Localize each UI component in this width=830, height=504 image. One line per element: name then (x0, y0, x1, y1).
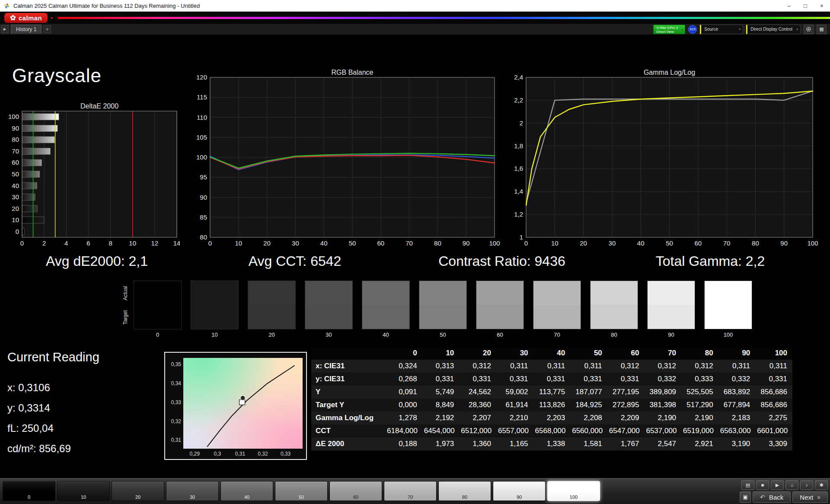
page-title: Grayscale (12, 65, 102, 86)
pattern-button-80[interactable]: 80 (438, 481, 491, 501)
display-control-button[interactable]: Direct Display Control ▾ (746, 25, 801, 34)
table-row: ΔE 20000,1881,9731,3601,1651,3381,5811,7… (311, 437, 792, 450)
svg-text:0,31: 0,31 (171, 437, 182, 443)
cie-chart: 0,310,320,330,340,350,290,30,310,320,33 (165, 353, 306, 459)
swatch-level-label: 20 (248, 332, 296, 338)
source-label: Source (704, 27, 718, 32)
column-header-100: 100 (755, 347, 792, 360)
table-cell: 6547,000 (607, 424, 645, 437)
brand-text: calman (19, 14, 42, 22)
chevron-down-icon: ▾ (682, 29, 683, 32)
actual-patch (705, 281, 752, 305)
pattern-button-30[interactable]: 30 (166, 481, 219, 501)
table-cell: 0,331 (570, 373, 607, 386)
table-cell: 0,000 (385, 399, 422, 411)
svg-text:30: 30 (292, 239, 299, 247)
swatch-level-label: 90 (647, 332, 695, 338)
table-cell: 0,333 (681, 373, 718, 386)
svg-text:0,31: 0,31 (235, 451, 246, 457)
tab-history-1[interactable]: History 1 (11, 25, 42, 34)
add-tab-button[interactable]: + (43, 26, 51, 33)
rgb-balance-chart-panel: RGB Balance 8085909510010511011512001020… (191, 68, 500, 250)
svg-text:70: 70 (723, 239, 731, 247)
svg-text:4: 4 (64, 239, 68, 247)
table-cell: 6454,000 (422, 424, 460, 437)
nav-button-stop[interactable]: ■ (756, 480, 769, 490)
settings-button[interactable] (804, 25, 814, 34)
swatch-level-label: 30 (305, 332, 353, 338)
deltae-bar-chart: 024681012141009080706050403020100 (3, 101, 180, 252)
column-header-50: 50 (570, 347, 607, 360)
actual-patch (419, 281, 466, 305)
table-cell: 2,190 (681, 411, 718, 424)
layout-button[interactable]: ▦ (817, 25, 827, 34)
target-patch (248, 305, 295, 329)
svg-text:8: 8 (109, 239, 112, 247)
maximize-button[interactable]: □ (797, 0, 814, 11)
nav-button-play[interactable]: ▶ (771, 480, 784, 490)
row-label: CCT (311, 424, 385, 437)
svg-text:40: 40 (320, 239, 328, 247)
pattern-button-50[interactable]: 50 (275, 481, 328, 501)
table-cell: 2,183 (718, 411, 756, 424)
table-cell: 0,331 (422, 373, 460, 386)
svg-text:10: 10 (551, 239, 559, 247)
svg-text:20: 20 (12, 205, 19, 212)
table-cell: 0,332 (644, 373, 681, 386)
window-controls: – □ × (781, 0, 830, 11)
svg-text:12: 12 (151, 239, 159, 247)
pattern-button-20[interactable]: 20 (112, 481, 164, 501)
table-cell: 2,207 (459, 411, 496, 424)
actual-patch (533, 281, 581, 305)
table-row: Gamma Log/Log1,2782,1922,2072,2102,2032,… (311, 411, 792, 424)
nav-button-notes[interactable]: ♪ (800, 480, 813, 490)
table-cell: 1,165 (496, 437, 533, 450)
table-cell: 2,275 (755, 411, 792, 424)
svg-text:60: 60 (12, 159, 19, 166)
gear-icon (806, 26, 811, 32)
pattern-button-40[interactable]: 40 (220, 481, 273, 501)
table-cell: 277,195 (607, 386, 645, 399)
table-cell: 2,203 (533, 411, 571, 424)
pattern-level-label: 70 (384, 494, 436, 500)
back-button[interactable]: ↶ Back (753, 491, 791, 503)
svg-text:110: 110 (197, 114, 207, 121)
pattern-button-10[interactable]: 10 (57, 481, 110, 501)
table-cell: 0,331 (533, 373, 571, 386)
svg-text:50: 50 (666, 239, 673, 247)
minimize-button[interactable]: – (781, 0, 797, 11)
notes-icon: ♪ (805, 482, 808, 488)
nav-button-home[interactable]: ⌂ (785, 480, 798, 490)
table-row: y: CIE310,2680,3310,3310,3310,3310,3310,… (311, 373, 792, 386)
pattern-button-0[interactable]: 0 (3, 481, 55, 501)
meter-status-badge[interactable]: 625 (688, 25, 697, 34)
table-cell: 0,312 (681, 360, 718, 373)
source-select-button[interactable]: Source ▾ (700, 25, 743, 34)
tab-scroll-left-button[interactable]: ▶ (1, 25, 9, 33)
table-cell: 59,002 (496, 386, 533, 399)
svg-text:70: 70 (405, 239, 413, 247)
table-cell: 6568,000 (533, 424, 571, 437)
pattern-bar: 0102030405060708090100 ▤■▶⌂♪✱ ▣ ↶ Back N… (0, 478, 830, 504)
pattern-button-100[interactable]: 100 (547, 481, 600, 501)
brand-menu-caret-icon[interactable]: ▾ (51, 16, 53, 20)
pattern-window-button[interactable]: ▣ (740, 491, 751, 503)
meter-select-button[interactable]: X-Rite i1Pro 3 Direct View ▾ (653, 25, 686, 34)
swatch-level-label: 70 (533, 332, 581, 338)
next-button[interactable]: Next » (792, 491, 828, 503)
pattern-button-60[interactable]: 60 (329, 481, 382, 501)
close-button[interactable]: × (814, 0, 830, 11)
pattern-button-70[interactable]: 70 (384, 481, 437, 501)
table-cell: 6184,000 (385, 424, 422, 437)
pattern-button-90[interactable]: 90 (493, 481, 546, 501)
nav-button-display[interactable]: ▤ (741, 480, 754, 490)
nav-button-settings[interactable]: ✱ (815, 480, 828, 490)
calman-logo[interactable]: calman (4, 13, 48, 23)
table-row: CCT6184,0006454,0006512,0006557,0006568,… (311, 424, 792, 437)
target-patch (705, 305, 752, 329)
table-cell: 28,360 (459, 399, 496, 411)
chevron-down-icon: ▾ (739, 28, 741, 31)
table-cell: 272,895 (607, 399, 645, 411)
column-header-90: 90 (718, 347, 756, 360)
table-cell: 6512,000 (459, 424, 496, 437)
